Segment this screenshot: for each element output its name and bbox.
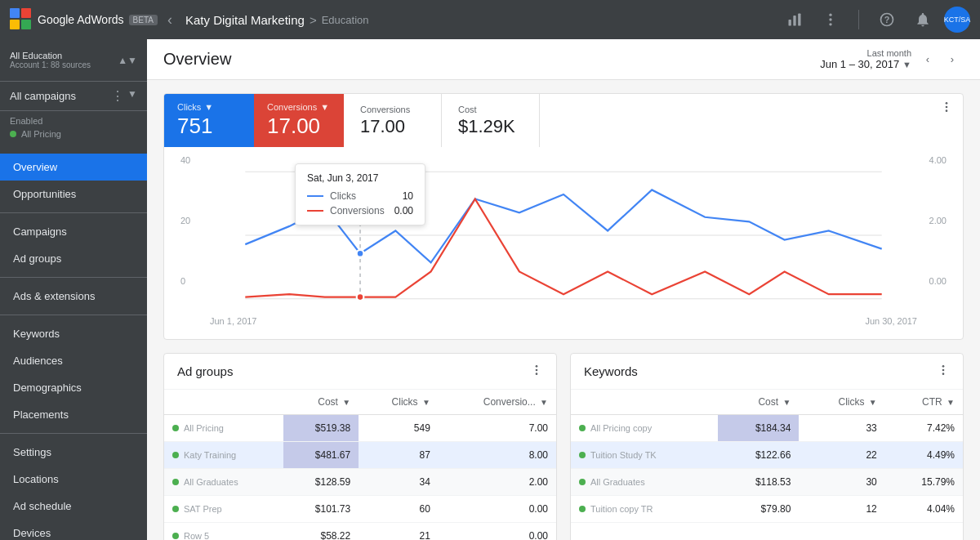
sidebar-item-opportunities[interactable]: Opportunities bbox=[0, 181, 147, 208]
x-axis-end: Jun 30, 2017 bbox=[865, 316, 917, 326]
conversions-metric-button[interactable]: Conversions ▼ 17.00 bbox=[254, 94, 344, 147]
row-link[interactable]: Katy Training bbox=[172, 450, 275, 460]
x-axis: Jun 1, 2017 Jun 30, 2017 bbox=[177, 316, 950, 326]
keywords-more-button[interactable] bbox=[937, 364, 950, 379]
date-prev-button[interactable]: ‹ bbox=[916, 48, 939, 71]
keywords-card: Keywords Cost ▼ Clicks ▼ CTR ▼ bbox=[570, 353, 964, 540]
sidebar-item-settings[interactable]: Settings bbox=[0, 439, 147, 466]
sidebar-item-devices[interactable]: Devices bbox=[0, 520, 147, 540]
keywords-col-clicks[interactable]: Clicks ▼ bbox=[799, 390, 884, 415]
avatar-text: KCT/SA bbox=[944, 16, 971, 24]
keywords-col-name bbox=[571, 390, 718, 415]
sidebar-account-sub: Account 1: 88 sources bbox=[10, 60, 91, 69]
row-link[interactable]: SAT Prep bbox=[172, 504, 275, 514]
date-dropdown-icon[interactable]: ▼ bbox=[902, 60, 911, 69]
row-link[interactable]: All Graduates bbox=[172, 477, 275, 487]
conversions-cell: 8.00 bbox=[439, 442, 556, 469]
user-avatar[interactable]: KCT/SA bbox=[944, 7, 970, 33]
clicks-cell: 21 bbox=[359, 523, 439, 541]
sidebar-item-ad-groups[interactable]: Ad groups bbox=[0, 245, 147, 272]
status-dot bbox=[172, 533, 179, 539]
more-vert-icon bbox=[937, 364, 950, 377]
svg-point-8 bbox=[829, 18, 831, 20]
status-dot bbox=[172, 425, 179, 431]
row-link[interactable]: All Graduates bbox=[579, 477, 710, 487]
ad-groups-title: Ad groups bbox=[177, 364, 233, 378]
more-menu-button[interactable] bbox=[816, 5, 845, 34]
conversions-value: 17.00 bbox=[267, 114, 331, 139]
content-header: Overview Last month Jun 1 – 30, 2017 ▼ ‹… bbox=[147, 39, 980, 80]
sidebar-item-ads-extensions[interactable]: Ads & extensions bbox=[0, 283, 147, 310]
cost-cell: $184.34 bbox=[718, 415, 799, 442]
sidebar-item-label: Devices bbox=[13, 527, 51, 539]
ad-groups-col-conversions[interactable]: Conversio... ▼ bbox=[439, 390, 556, 415]
row-link[interactable]: All Pricing copy bbox=[579, 423, 710, 433]
ad-groups-card-header: Ad groups bbox=[164, 354, 556, 390]
chart-tooltip: Sat, Jun 3, 2017 Clicks 10 Conversions 0… bbox=[295, 163, 425, 225]
sidebar-item-demographics[interactable]: Demographics bbox=[0, 374, 147, 401]
row-name-cell: All Pricing bbox=[164, 415, 283, 442]
logo: Google AdWords BETA bbox=[10, 8, 158, 31]
sidebar-nav: Overview Opportunities Campaigns Ad grou… bbox=[0, 147, 147, 540]
bell-icon bbox=[915, 11, 931, 28]
ad-groups-col-clicks[interactable]: Clicks ▼ bbox=[359, 390, 439, 415]
svg-point-24 bbox=[942, 365, 945, 368]
clicks-metric-button[interactable]: Clicks ▼ 751 bbox=[164, 94, 254, 147]
conversions-label: Conversions ▼ bbox=[267, 102, 331, 112]
help-button[interactable]: ? bbox=[872, 5, 902, 34]
row-name-text: All Graduates bbox=[590, 477, 645, 487]
row-link[interactable]: All Pricing bbox=[172, 423, 275, 433]
conversions-cell: 0.00 bbox=[439, 523, 556, 541]
sidebar-item-campaigns[interactable]: Campaigns bbox=[0, 218, 147, 245]
sidebar-item-keywords[interactable]: Keywords bbox=[0, 320, 147, 347]
cost-cell: $118.53 bbox=[718, 469, 799, 496]
keywords-col-cost[interactable]: Cost ▼ bbox=[718, 390, 799, 415]
all-campaigns-chevron-icon[interactable]: ▼ bbox=[127, 88, 137, 104]
sidebar-item-placements[interactable]: Placements bbox=[0, 401, 147, 428]
breadcrumb-sub[interactable]: Education bbox=[322, 14, 369, 26]
keywords-title: Keywords bbox=[584, 364, 638, 378]
conversions-cell: 2.00 bbox=[439, 469, 556, 496]
metrics-more-button[interactable] bbox=[930, 94, 963, 147]
more-vert-icon bbox=[822, 11, 839, 28]
sidebar-item-locations[interactable]: Locations bbox=[0, 466, 147, 493]
all-campaigns-item[interactable]: All campaigns ⋮ ▼ bbox=[0, 82, 147, 111]
conversions-cell: 0.00 bbox=[439, 496, 556, 523]
svg-point-25 bbox=[942, 369, 945, 372]
ad-groups-more-button[interactable] bbox=[530, 364, 543, 379]
ad-groups-col-cost[interactable]: Cost ▼ bbox=[283, 390, 359, 415]
status-dot bbox=[579, 506, 586, 512]
sidebar-item-overview[interactable]: Overview bbox=[0, 154, 147, 181]
nav-toggle-icon[interactable]: ‹ bbox=[167, 11, 172, 29]
clicks-dropdown-icon: ▼ bbox=[204, 102, 213, 112]
google-adwords-logo-icon bbox=[10, 8, 33, 31]
row-link[interactable]: Tuition Study TK bbox=[579, 450, 710, 460]
tooltip-conversions-row: Conversions 0.00 bbox=[307, 205, 413, 216]
row-link[interactable]: Row 5 bbox=[172, 531, 275, 540]
svg-rect-0 bbox=[10, 8, 20, 18]
row-link[interactable]: Tuition copy TR bbox=[579, 504, 710, 514]
sidebar-item-ad-schedule[interactable]: Ad schedule bbox=[0, 493, 147, 520]
notifications-button[interactable] bbox=[908, 5, 938, 34]
metrics-top: Clicks ▼ 751 Conversions ▼ 17.00 Conver bbox=[164, 94, 963, 147]
tooltip-clicks-value: 10 bbox=[403, 190, 413, 202]
sidebar-item-label: Ad schedule bbox=[13, 500, 72, 512]
top-navigation: Google AdWords BETA ‹ Katy Digital Marke… bbox=[0, 0, 980, 39]
sidebar-item-audiences[interactable]: Audiences bbox=[0, 347, 147, 374]
cost-cell: $481.67 bbox=[283, 442, 359, 469]
campaign-item[interactable]: All Pricing bbox=[10, 126, 137, 142]
table-row: Tuition copy TR $79.80 12 4.04% bbox=[571, 496, 963, 523]
keywords-col-ctr[interactable]: CTR ▼ bbox=[885, 390, 963, 415]
date-next-button[interactable]: › bbox=[941, 48, 964, 71]
svg-point-14 bbox=[946, 109, 948, 112]
sidebar-account[interactable]: All Education Account 1: 88 sources ▲▼ bbox=[10, 46, 137, 74]
chart-icon-button[interactable] bbox=[780, 5, 809, 34]
breadcrumb-account[interactable]: Katy Digital Marketing bbox=[185, 13, 305, 27]
table-row: All Graduates $118.53 30 15.79% bbox=[571, 469, 963, 496]
all-campaigns-more-icon[interactable]: ⋮ bbox=[111, 88, 124, 104]
date-period-label: Last month bbox=[867, 48, 911, 58]
row-name-cell: All Graduates bbox=[571, 469, 718, 496]
row-name-text: Katy Training bbox=[184, 450, 236, 460]
logo-text: Google AdWords bbox=[38, 13, 124, 26]
svg-rect-2 bbox=[10, 20, 20, 29]
